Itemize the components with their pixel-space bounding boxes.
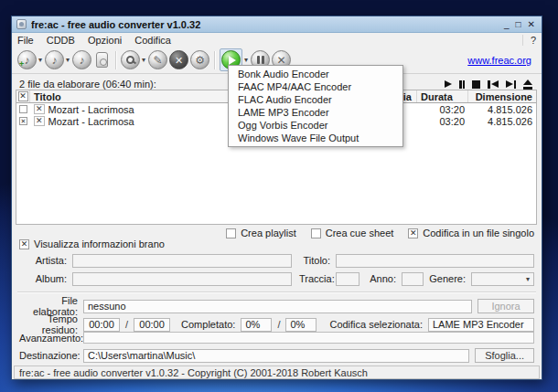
add-cd-menu-arrow[interactable]: ▾ [66,56,70,64]
tag-row-2: Album: Traccia: Anno: Genere: ▾ [12,271,542,286]
titlebar[interactable]: fre:ac - free audio converter v1.0.32 _ … [12,16,542,33]
statusbar: fre:ac - free audio converter v1.0.32 - … [14,366,540,379]
add-files-menu-arrow[interactable]: ▾ [38,56,42,64]
genere-label: Genere: [429,273,466,284]
add-files-button[interactable]: ♪+ [17,50,37,69]
titolo-label: Titolo: [299,255,330,266]
next-track-icon[interactable] [506,80,517,89]
menu-cddb[interactable]: CDDB [47,35,75,46]
pause-track-icon[interactable] [459,80,465,89]
row-checkbox[interactable] [19,105,27,113]
encoder-menu-arrow[interactable]: ▾ [244,56,248,64]
sfoglia-button[interactable]: Sfoglia... [475,348,534,363]
checkbox-single-file[interactable]: ✕ [408,228,418,238]
window-title: fre:ac - free audio converter v1.0.32 [31,19,499,30]
menu-opzioni[interactable]: Opzioni [88,35,122,46]
progress-row: Avanzamento: [19,332,534,344]
codifica-selezionata-label: Codifica selezionata: [329,319,423,330]
slash-separator: / [125,319,128,330]
menu-item-ogg-encoder[interactable]: Ogg Vorbis Encoder [229,119,402,132]
crea-playlist-label: Crea playlist [241,228,296,238]
menu-codifica[interactable]: Codifica [134,35,171,46]
checkbox-crea-playlist[interactable] [226,228,236,238]
column-header-dimensione[interactable]: Dimensione [468,90,536,102]
column-header-durata[interactable]: Durata [417,90,468,102]
chevron-down-icon: ▾ [526,275,530,283]
add-cd-button[interactable]: ♪ [45,50,64,69]
selected-encoder-field: LAME MP3 Encoder [428,318,534,332]
menu-item-flac-encoder[interactable]: FLAC Audio Encoder [229,93,402,106]
row-check-icon[interactable]: ✕ [34,104,45,114]
time-current-field: 00:00 [83,318,120,332]
configure-encoder-button[interactable]: ✕ [169,50,188,69]
play-track-icon[interactable] [445,80,452,88]
destinazione-label: Destinazione: [19,350,78,361]
close-button[interactable]: ✕ [528,20,535,29]
slash-separator: / [277,319,280,330]
completed-total-field: 0% [285,318,317,332]
app-icon [16,19,27,29]
jewel-case-icon [96,52,108,68]
avanzamento-label: Avanzamento: [19,333,78,344]
artista-field[interactable] [72,254,292,268]
file-elaborato-value: nessuno [83,300,472,313]
artista-label: Artista: [17,255,67,266]
menu-item-bonk-encoder[interactable]: Bonk Audio Encoder [229,68,402,80]
album-field[interactable] [72,272,292,286]
tag-row-1: Artista: Titolo: [12,253,542,268]
checkbox-crea-cue-sheet[interactable] [311,228,321,238]
album-label: Album: [17,273,67,284]
anno-label: Anno: [367,273,396,284]
maximize-button[interactable]: □ [516,20,521,29]
previous-track-icon[interactable] [488,80,499,89]
add-file-icon: ♪+ [17,50,37,69]
settings-button[interactable]: ⚙ [190,50,209,69]
checkbox-show-info[interactable]: ✕ [19,239,29,249]
app-window: fre:ac - free audio converter v1.0.32 _ … [11,16,542,380]
traccia-field[interactable] [336,272,359,286]
destinazione-field[interactable]: C:\Users\martina\Music\ [83,349,469,363]
traccia-label: Traccia: [299,273,330,284]
website-link[interactable]: www.freac.org [467,55,531,66]
remove-entry-button[interactable]: ♪ [72,50,91,69]
stop-track-icon[interactable] [472,80,480,89]
row-checkbox[interactable]: ✕ [19,117,27,125]
show-info-label: Visualizza informazioni brano [34,238,165,249]
eject-icon[interactable] [523,79,532,90]
clear-joblist-button[interactable] [93,52,111,68]
minimize-button[interactable]: _ [504,20,510,29]
select-all-checkbox[interactable]: ✕ [18,91,28,101]
magnifier-icon [121,50,140,69]
music-note-icon: ♪ [72,50,91,69]
completed-current-field: 0% [241,318,272,332]
statusbar-text: fre:ac - free audio converter v1.0.32 - … [19,367,368,378]
destination-row: Destinazione: C:\Users\martina\Music\ Sf… [19,348,534,363]
time-total-field: 00:00 [134,318,170,332]
show-info-option: ✕ Visualizza informazioni brano [19,238,165,249]
separator-line [17,291,536,293]
cddb-query-button[interactable] [121,50,140,69]
row-check-icon[interactable]: ✕ [34,116,45,126]
menubar: File CDDB Opzioni Codifica ? [12,33,542,47]
pencil-icon: ✎ [148,50,167,69]
joblist-summary: 2 file da elaborare (06:40 min): [19,79,156,90]
titolo-field[interactable] [336,254,534,268]
cddb-submit-button[interactable]: ✎ [148,50,167,69]
progress-bar [83,332,534,344]
toolbar-separator [115,51,116,69]
crea-cue-sheet-label: Crea cue sheet [326,228,394,238]
anno-field[interactable] [402,272,424,286]
genere-select[interactable]: ▾ [471,272,534,286]
ignora-button[interactable]: Ignora [478,299,534,313]
menu-help[interactable]: ? [522,35,536,46]
menu-item-lame-encoder[interactable]: LAME MP3 Encoder [229,106,402,119]
encoder-dropdown-menu: Bonk Audio Encoder FAAC MP4/AAC Encoder … [228,65,403,147]
cddb-query-menu-arrow[interactable]: ▾ [142,56,145,64]
menu-item-wave-output[interactable]: Windows Wave File Output [229,132,402,144]
single-file-label: Codifica in un file singolo [423,228,534,238]
menu-file[interactable]: File [17,35,34,46]
output-options: Crea playlist Crea cue sheet ✕ Codifica … [226,228,534,238]
menu-item-faac-encoder[interactable]: FAAC MP4/AAC Encoder [229,80,402,93]
completato-label: Completato: [181,319,235,330]
toolbar-separator [214,51,215,69]
